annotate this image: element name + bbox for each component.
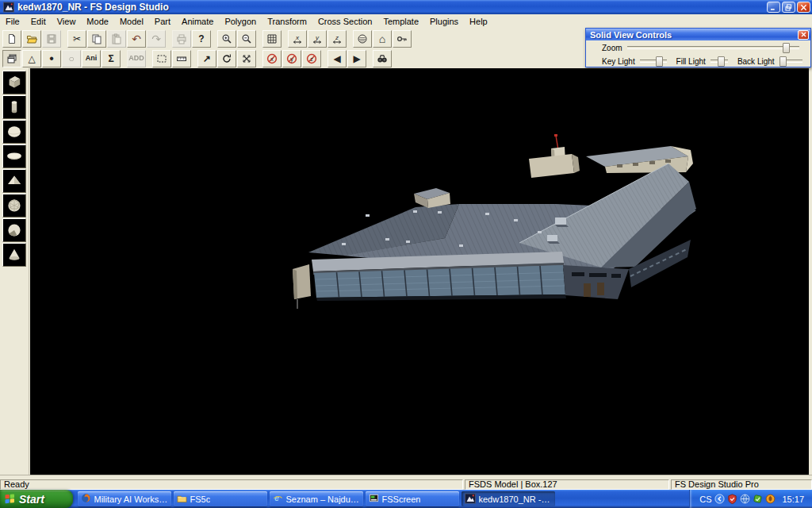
zoom-slider[interactable]: [627, 46, 799, 49]
menu-item[interactable]: Mode: [81, 16, 114, 27]
slider-thumb[interactable]: [783, 43, 790, 53]
task-buttons: Military AI Works • Vi... FS5c e Seznam …: [73, 490, 556, 508]
menu-item[interactable]: File: [0, 16, 25, 27]
task-fs5c[interactable]: FS5c: [174, 491, 267, 506]
palette-title-bar[interactable]: Solid View Controls: [586, 29, 810, 40]
primitive-box[interactable]: [2, 71, 26, 94]
grid[interactable]: [262, 30, 282, 48]
minimize-button[interactable]: [767, 2, 780, 13]
paste[interactable]: [107, 30, 126, 48]
tray-green-icon[interactable]: [753, 494, 763, 504]
svg-text:x: x: [295, 33, 300, 40]
add[interactable]: ADD: [127, 50, 146, 67]
redo[interactable]: ↷: [147, 30, 166, 48]
start-button[interactable]: Start: [0, 490, 73, 508]
lock-y[interactable]: y: [282, 50, 301, 67]
primitive-cone[interactable]: [2, 243, 26, 267]
rotate[interactable]: [217, 50, 236, 67]
measure[interactable]: [172, 50, 191, 67]
viewport-3d[interactable]: [30, 68, 809, 475]
tray-flame-icon[interactable]: [765, 494, 776, 504]
windows-flag-icon: [4, 493, 16, 506]
sep: [367, 50, 372, 67]
undo[interactable]: ↶: [127, 30, 146, 48]
new[interactable]: [2, 30, 21, 48]
menu-item[interactable]: Animate: [176, 16, 219, 27]
status-bar: Ready FSDS Model | Box.127 FS Design Stu…: [0, 479, 812, 490]
save[interactable]: [42, 30, 61, 48]
help[interactable]: ?: [192, 30, 211, 48]
shaded-view[interactable]: [353, 30, 372, 48]
x-axis[interactable]: x: [288, 30, 307, 48]
menu-item[interactable]: Model: [114, 16, 149, 27]
key-light-slider[interactable]: [640, 60, 667, 63]
menu-item[interactable]: Help: [464, 16, 493, 27]
z-axis[interactable]: z: [327, 30, 347, 48]
menu-item[interactable]: Polygon: [219, 16, 262, 27]
menu-item[interactable]: Cross Section: [312, 16, 377, 27]
task-military-ai-works[interactable]: Military AI Works • Vi...: [78, 491, 171, 506]
tray-globe-icon[interactable]: [740, 494, 750, 504]
prev-part[interactable]: ◀: [327, 50, 347, 67]
status-edition: FS Design Studio Pro: [671, 479, 812, 490]
primitive-geosphere[interactable]: [2, 194, 26, 217]
menu-item[interactable]: View: [52, 16, 82, 27]
back-light-slider[interactable]: [779, 60, 802, 63]
restore-button[interactable]: [782, 2, 795, 13]
primitive-pyramid[interactable]: [2, 169, 26, 193]
lock-z[interactable]: z: [302, 50, 321, 67]
slider-thumb[interactable]: [718, 56, 725, 67]
y-axis[interactable]: y: [308, 30, 327, 48]
sep: [282, 30, 287, 48]
task-kedw1870[interactable]: kedw1870_NR - FS D...: [462, 491, 555, 506]
tray-shield-icon[interactable]: [727, 494, 737, 504]
task-fsscreen[interactable]: FSScreen: [366, 491, 459, 506]
sep: [257, 30, 262, 48]
zoom-out[interactable]: [237, 30, 256, 48]
circle-mode[interactable]: ○: [62, 50, 81, 67]
roof-dormer: [414, 188, 450, 208]
summary[interactable]: Σ: [102, 50, 121, 67]
primitive-cylinder[interactable]: [2, 95, 26, 119]
solid-view-controls-palette: Solid View Controls Zoom Key Light Fill …: [585, 28, 811, 67]
slider-thumb[interactable]: [779, 56, 787, 67]
primitive-hemisphere[interactable]: [2, 218, 26, 242]
open[interactable]: [22, 30, 41, 48]
window-title: kedw1870_NR - FS Design Studio: [17, 2, 765, 13]
find[interactable]: [373, 50, 392, 67]
close-button[interactable]: [797, 2, 810, 13]
fill-light-slider[interactable]: [710, 60, 728, 63]
cut[interactable]: ✂: [67, 30, 86, 48]
title-bar[interactable]: kedw1870_NR - FS Design Studio: [0, 0, 812, 14]
primitive-disk[interactable]: [2, 144, 26, 168]
task-icon: [81, 493, 91, 505]
animation-mode[interactable]: Ani: [82, 50, 101, 67]
copy[interactable]: [87, 30, 106, 48]
tray-icons: [714, 494, 776, 504]
select-rect[interactable]: [152, 50, 171, 67]
scale[interactable]: [237, 50, 256, 67]
menu-item[interactable]: Edit: [25, 16, 52, 27]
menu-item[interactable]: Transform: [262, 16, 312, 27]
tray-chevron-icon[interactable]: [714, 494, 725, 504]
move[interactable]: ↗: [197, 50, 216, 67]
zoom-in[interactable]: [217, 30, 236, 48]
lock-x[interactable]: x: [262, 50, 282, 67]
primitive-sphere[interactable]: [2, 120, 26, 144]
print[interactable]: [172, 30, 191, 48]
primitives-toolbar: [0, 68, 29, 475]
slider-thumb[interactable]: [656, 56, 663, 67]
rooftop-barn: [586, 146, 693, 173]
camera-key[interactable]: [393, 30, 412, 48]
home-view[interactable]: ⌂: [373, 30, 392, 48]
system-tray: CS 15:17: [689, 490, 812, 508]
menu-item[interactable]: Part: [149, 16, 176, 27]
menu-item[interactable]: Template: [377, 16, 424, 27]
palette-close-button[interactable]: [798, 30, 809, 40]
polygon-mode[interactable]: △: [22, 50, 41, 67]
point-mode[interactable]: •: [42, 50, 61, 67]
next-part[interactable]: ▶: [347, 50, 366, 67]
task-seznam[interactable]: e Seznam – Najdu tam,...: [270, 491, 363, 506]
select-mode[interactable]: [2, 50, 21, 67]
menu-item[interactable]: Plugins: [424, 16, 464, 27]
